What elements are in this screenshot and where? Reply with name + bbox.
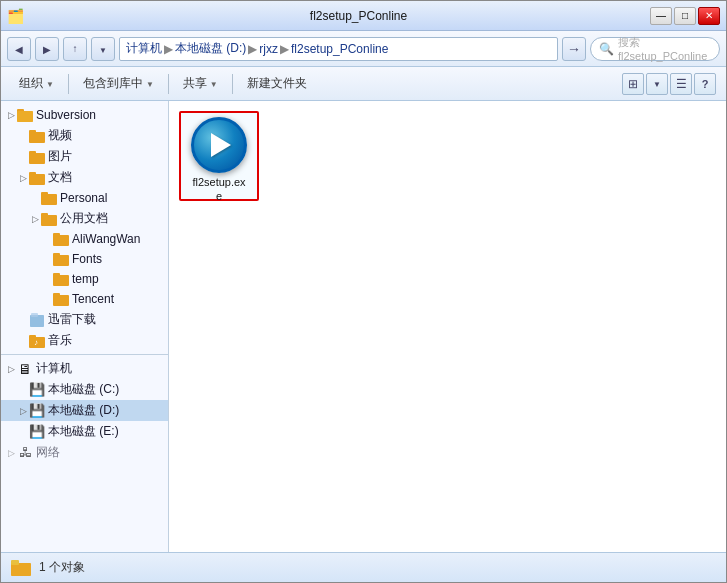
dropdown-button[interactable] [91,37,115,61]
sidebar-item-videos-label: 视频 [48,127,72,144]
sidebar-item-public-docs-label: 公用文档 [60,210,108,227]
sidebar-item-music[interactable]: ♪ 音乐 [1,330,168,351]
sidebar-item-public-docs[interactable]: ▷ 公用文档 [1,208,168,229]
svg-rect-20 [53,293,60,297]
maximize-button[interactable]: □ [674,7,696,25]
fonts-folder-icon [53,251,69,267]
organize-dropdown-icon [46,79,54,89]
sidebar-divider-1 [1,354,168,355]
play-triangle-icon [211,133,231,157]
up-button[interactable]: ↑ [63,37,87,61]
expand-icon-temp [41,273,53,285]
window: 🗂️ fl2setup_PConline — □ ✕ ↑ 计算机 ▶ 本地磁盘 … [0,0,727,583]
status-folder-icon [11,558,31,578]
minimize-button[interactable]: — [650,7,672,25]
sidebar-item-drive-d-label: 本地磁盘 (D:) [48,402,119,419]
address-path[interactable]: 计算机 ▶ 本地磁盘 (D:) ▶ rjxz ▶ fl2setup_PConli… [119,37,558,61]
forward-button[interactable] [35,37,59,61]
toolbar-separator-2 [168,74,169,94]
help-button[interactable]: ? [694,73,716,95]
sidebar-item-fonts-label: Fonts [72,252,102,266]
share-button[interactable]: 共享 [175,71,226,97]
new-folder-button[interactable]: 新建文件夹 [239,71,315,97]
sidebar-item-tencent[interactable]: Tencent [1,289,168,309]
organize-label: 组织 [19,75,43,92]
drive-e-icon: 💾 [29,424,45,440]
back-arrow-icon [15,42,23,56]
svg-rect-6 [29,151,36,155]
sidebar-item-videos[interactable]: 视频 [1,125,168,146]
view-dropdown-icon [653,78,661,89]
expand-icon-computer: ▷ [5,363,17,375]
share-label: 共享 [183,75,207,92]
go-button[interactable]: → [562,37,586,61]
svg-rect-14 [53,233,60,237]
expand-icon-fonts [41,253,53,265]
sidebar-item-aliwangwang[interactable]: AliWangWan [1,229,168,249]
sidebar-item-pictures[interactable]: 图片 [1,146,168,167]
sidebar-item-temp[interactable]: temp [1,269,168,289]
view-icons-button[interactable]: ⊞ [622,73,644,95]
sidebar-item-documents[interactable]: ▷ 文档 [1,167,168,188]
path-rjxz[interactable]: rjxz [259,42,278,56]
sidebar-item-xunlei[interactable]: 迅雷下载 [1,309,168,330]
view-dropdown-button[interactable] [646,73,668,95]
new-folder-label: 新建文件夹 [247,75,307,92]
expand-icon-drive-e [17,426,29,438]
sidebar-item-computer[interactable]: ▷ 🖥 计算机 [1,358,168,379]
search-icon: 🔍 [599,42,614,56]
sidebar-item-drive-d[interactable]: ▷ 💾 本地磁盘 (D:) [1,400,168,421]
address-bar: ↑ 计算机 ▶ 本地磁盘 (D:) ▶ rjxz ▶ fl2setup_PCon… [1,31,726,67]
expand-icon-public-docs: ▷ [29,213,41,225]
sidebar-item-drive-c-label: 本地磁盘 (C:) [48,381,119,398]
file-icon-area-fl2setup [187,117,251,173]
sidebar-item-tencent-label: Tencent [72,292,114,306]
include-button[interactable]: 包含到库中 [75,71,162,97]
network-icon: 🖧 [17,445,33,461]
view-details-button[interactable]: ☰ [670,73,692,95]
include-dropdown-icon [146,79,154,89]
file-item-fl2setup[interactable]: fl2setup.exe [179,111,259,201]
sidebar: ▷ Subversion 视频 图片 [1,101,169,552]
status-bar: 1 个对象 [1,552,726,582]
subversion-folder-icon [17,107,33,123]
tencent-folder-icon [53,291,69,307]
toolbar-separator-3 [232,74,233,94]
expand-icon-drive-c [17,384,29,396]
expand-icon-personal [29,192,41,204]
path-folder[interactable]: fl2setup_PConline [291,42,388,56]
path-computer[interactable]: 计算机 [126,40,162,57]
temp-folder-icon [53,271,69,287]
sidebar-item-drive-c[interactable]: 💾 本地磁盘 (C:) [1,379,168,400]
personal-folder-icon [41,190,57,206]
expand-icon-music [17,335,29,347]
sidebar-item-personal[interactable]: Personal [1,188,168,208]
expand-icon-pictures [17,151,29,163]
file-area: fl2setup.exe [169,101,726,552]
path-drive-d[interactable]: 本地磁盘 (D:) [175,40,246,57]
drive-c-icon: 💾 [29,382,45,398]
sidebar-item-network[interactable]: ▷ 🖧 网络 [1,442,168,463]
expand-icon-videos [17,130,29,142]
svg-rect-10 [41,192,48,196]
share-dropdown-icon [210,79,218,89]
svg-text:♪: ♪ [34,338,38,347]
sidebar-item-subversion[interactable]: ▷ Subversion [1,105,168,125]
svg-rect-16 [53,253,60,257]
drive-d-icon: 💾 [29,403,45,419]
play-icon-fl2setup [191,117,247,173]
svg-rect-4 [29,130,36,134]
sidebar-item-drive-e[interactable]: 💾 本地磁盘 (E:) [1,421,168,442]
back-button[interactable] [7,37,31,61]
sidebar-item-documents-label: 文档 [48,169,72,186]
expand-icon-drive-d: ▷ [17,405,29,417]
search-box[interactable]: 🔍 搜索 fl2setup_PConline [590,37,720,61]
svg-rect-18 [53,273,60,277]
close-button[interactable]: ✕ [698,7,720,25]
status-count: 1 个对象 [39,559,85,576]
sidebar-item-fonts[interactable]: Fonts [1,249,168,269]
file-name-fl2setup: fl2setup.exe [192,175,245,204]
toolbar-separator-1 [68,74,69,94]
organize-button[interactable]: 组织 [11,71,62,97]
xunlei-folder-icon [29,312,45,328]
